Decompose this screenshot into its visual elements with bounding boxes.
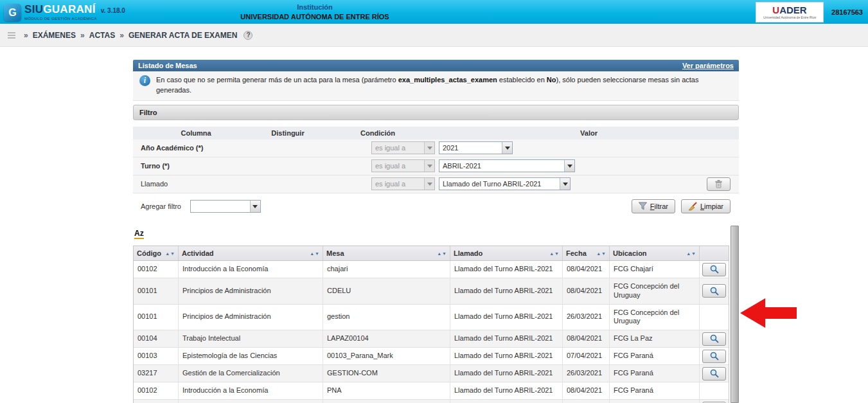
cell-llamado: Llamado del Turno ABRIL-2021: [450, 330, 563, 347]
filter-header-condicion: Condición: [317, 129, 439, 137]
cell-mesa: LAPAZ00104: [323, 330, 450, 347]
cell-fecha: 26/03/2021: [563, 305, 610, 330]
filter-action-buttons: Filtrar Limpiar: [632, 199, 731, 213]
add-filter-select[interactable]: [190, 200, 261, 213]
condition-value: es igual a: [372, 178, 424, 190]
cell-actividad: Principios de Administración: [179, 305, 323, 330]
sort-asc-icon[interactable]: ▲: [437, 251, 441, 256]
scrollbar-thumb[interactable]: [731, 226, 739, 403]
results-scrollbar[interactable]: [731, 226, 739, 403]
sort-asc-icon[interactable]: ▲: [165, 251, 170, 256]
cell-llamado: Llamado del Turno ABRIL-2021: [450, 400, 563, 403]
cell-llamado: Llamado del Turno ABRIL-2021: [450, 278, 563, 304]
limpiar-button[interactable]: Limpiar: [681, 199, 731, 213]
sort-desc-icon[interactable]: ▼: [601, 251, 606, 256]
anio-academico-select[interactable]: 2021: [439, 141, 513, 154]
sort-desc-icon[interactable]: ▼: [442, 251, 447, 256]
sort-asc-icon[interactable]: ▲: [596, 251, 601, 256]
filter-column-headers: Columna Distinguir Condición Valor: [133, 127, 739, 139]
help-icon[interactable]: ?: [244, 31, 252, 40]
column-header-fecha[interactable]: Fecha ▲▼: [563, 246, 610, 260]
view-mesa-button[interactable]: [702, 332, 726, 346]
cell-codigo: 00102: [134, 261, 179, 278]
chevron-down-icon: [424, 142, 434, 154]
cell-fecha: 26/03/2021: [563, 365, 610, 382]
condition-select-anio: es igual a: [371, 141, 435, 154]
cell-ubicacion: FCG Paraná: [610, 348, 700, 364]
chevron-down-icon: [502, 142, 512, 154]
uader-logo-text: UADER: [772, 5, 806, 15]
sort-desc-icon[interactable]: ▼: [691, 251, 696, 256]
cell-codigo: 00101: [134, 278, 179, 304]
column-label: Ubicacion: [613, 249, 647, 257]
cell-ubicacion: FCG La Paz: [610, 330, 700, 347]
cell-llamado: Llamado del Turno ABRIL-2021: [450, 348, 563, 364]
view-mesa-button[interactable]: [702, 367, 726, 381]
sort-desc-icon[interactable]: ▼: [554, 251, 559, 256]
filter-row-turno: Turno (*) es igual a ABRIL-2021: [133, 157, 739, 175]
table-row-highlighted: 00101 Principios de Administración gesti…: [134, 305, 729, 331]
cell-ubicacion: FCG Concepción del Uruguay: [610, 278, 700, 304]
sort-asc-icon[interactable]: ▲: [310, 251, 314, 256]
column-header-codigo[interactable]: Código ▲▼: [134, 246, 179, 260]
table-row: 00104 Trabajo Intelectual LAPAZ00104 Lla…: [134, 330, 729, 348]
magnifier-icon: [710, 334, 719, 343]
sort-asc-icon[interactable]: ▲: [686, 251, 691, 256]
logo-guarani-text: GUARANÍ: [43, 4, 95, 15]
chevron-down-icon: [424, 178, 434, 190]
breadcrumb-actas[interactable]: ACTAS: [89, 31, 115, 40]
column-label: Actividad: [182, 249, 214, 257]
cell-ubicacion: FCG Paraná: [610, 400, 700, 403]
menu-icon[interactable]: [8, 32, 15, 39]
filter-header-valor: Valor: [439, 129, 739, 137]
column-header-ubicacion[interactable]: Ubicacion ▲▼: [610, 246, 700, 260]
sort-desc-icon[interactable]: ▼: [315, 251, 319, 256]
cell-actions: [700, 365, 729, 382]
cell-actions-empty: [700, 382, 729, 399]
column-header-llamado[interactable]: Llamado ▲▼: [450, 246, 563, 260]
siu-logo-icon: G: [4, 4, 21, 21]
remove-filter-button[interactable]: [707, 177, 731, 191]
user-number: 28167563: [831, 8, 863, 16]
ver-parametros-link[interactable]: Ver parámetros: [682, 62, 734, 69]
column-label: Llamado: [454, 249, 483, 257]
sort-desc-icon[interactable]: ▼: [170, 251, 175, 256]
cell-actividad: Gestión de la Comercialización: [179, 365, 323, 382]
institution-name: UNIVERSIDAD AUTÓNOMA DE ENTRE RÍOS: [215, 13, 414, 21]
filtro-section-header[interactable]: Filtro: [133, 105, 739, 120]
column-label: Código: [137, 249, 161, 257]
add-filter-row: Agregar filtro Filtrar Limpiar: [133, 197, 739, 215]
sort-az-icon[interactable]: Az: [134, 229, 144, 239]
breadcrumb-examenes[interactable]: EXÁMENES: [33, 31, 76, 40]
view-mesa-button[interactable]: [702, 284, 726, 298]
cell-actions: [700, 348, 729, 364]
cell-actividad: Epistemología de las Ciencias: [179, 348, 323, 364]
turno-select[interactable]: ABRIL-2021: [439, 159, 575, 172]
panel-title-bar: Listado de Mesas Ver parámetros: [133, 60, 739, 71]
cell-fecha: 08/04/2021: [563, 278, 610, 304]
cell-actividad: Principios de Administración: [179, 278, 323, 304]
sort-asc-icon[interactable]: ▲: [549, 251, 554, 256]
main-content: Listado de Mesas Ver parámetros i En cas…: [0, 47, 868, 403]
view-mesa-button[interactable]: [702, 263, 726, 276]
cell-codigo: 00101: [134, 400, 179, 403]
table-row: 00102 Introducción a la Economía chajari…: [134, 261, 729, 278]
cell-fecha: 07/04/2021: [563, 348, 610, 364]
breadcrumb-separator: »: [80, 31, 85, 40]
condition-value: es igual a: [372, 160, 424, 172]
view-mesa-button[interactable]: [702, 350, 726, 363]
filtrar-button[interactable]: Filtrar: [632, 199, 675, 213]
chevron-down-icon: [424, 160, 434, 172]
module-label: MÓDULO DE GESTIÓN ACADÉMICA: [24, 17, 125, 21]
column-header-actividad[interactable]: Actividad ▲▼: [179, 246, 323, 260]
table-body: 00102 Introducción a la Economía chajari…: [134, 261, 729, 403]
brand-text: SIUGUARANÍ v. 3.18.0 MÓDULO DE GESTIÓN A…: [24, 4, 125, 21]
llamado-select[interactable]: Llamado del Turno ABRIL-2021: [439, 177, 571, 190]
column-header-mesa[interactable]: Mesa ▲▼: [323, 246, 450, 260]
cell-ubicacion: FCG Concepción del Uruguay: [610, 305, 700, 330]
cell-ubicacion: FCG Paraná: [610, 365, 700, 382]
column-header-actions: [700, 246, 729, 260]
cell-actions: [700, 261, 729, 278]
cell-actividad: Introducción a la Economía: [179, 261, 323, 278]
cell-mesa: PNA-Regulares: [323, 400, 450, 403]
